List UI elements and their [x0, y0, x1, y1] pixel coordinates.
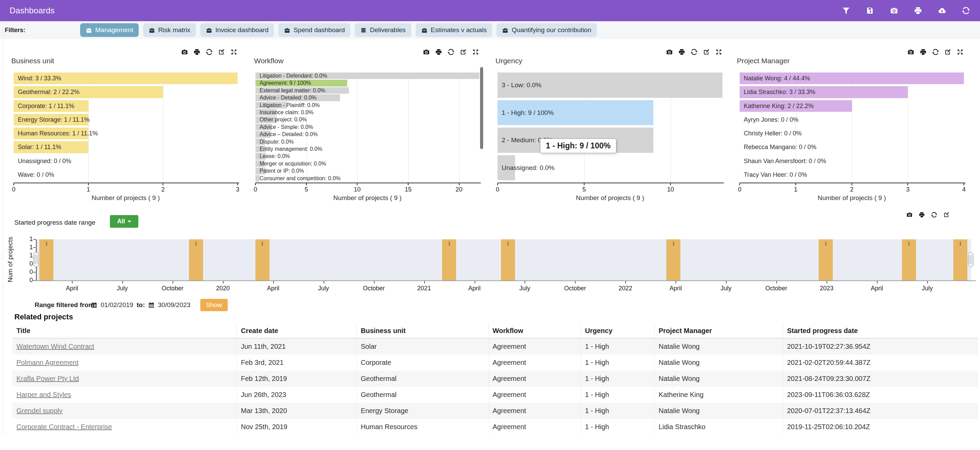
printer-icon[interactable]: [193, 48, 200, 56]
camera-icon[interactable]: [907, 48, 915, 56]
timeline-bar[interactable]: 1: [255, 239, 269, 280]
project-link[interactable]: Corporate Contract - Enterprise: [16, 423, 112, 431]
edit-icon[interactable]: [943, 211, 950, 218]
filter-button-deliverables[interactable]: Deliverables: [355, 23, 411, 37]
briefcase-icon: [206, 27, 212, 33]
related-projects-table: TitleCreate dateBusiness unitWorkflowUrg…: [12, 323, 978, 435]
show-button[interactable]: Show: [200, 299, 228, 311]
filter-icon[interactable]: [842, 6, 851, 15]
filter-button-estimates-v-actuals[interactable]: Estimates v actuals: [416, 23, 492, 37]
timeline-bar[interactable]: 1: [189, 239, 203, 280]
range-to-date[interactable]: 30/09/2023: [148, 301, 190, 309]
chart-scrollbar[interactable]: [480, 67, 483, 149]
axis-tick: [575, 281, 576, 284]
cell-business-unit: Solar: [356, 338, 488, 355]
printer-icon[interactable]: [918, 211, 925, 218]
filter-button-management[interactable]: Management: [80, 23, 139, 37]
filter-button-risk-matrix[interactable]: Risk matrix: [143, 23, 196, 37]
timeline-range-dropdown[interactable]: All: [110, 215, 138, 228]
expand-icon[interactable]: [472, 48, 479, 56]
timeline-axis: [36, 280, 976, 281]
filters-label: Filters:: [5, 27, 25, 34]
timeline-handle-right[interactable]: [968, 252, 974, 267]
camera-icon[interactable]: [666, 48, 673, 56]
camera-icon[interactable]: [906, 211, 913, 218]
camera-icon[interactable]: [423, 48, 430, 56]
edit-icon[interactable]: [703, 48, 710, 56]
cell-title: Watertown Wind Contract: [12, 338, 237, 355]
refresh-icon[interactable]: [932, 48, 939, 56]
timeline-bar-count: 1: [189, 240, 203, 246]
axis-tick-label: 0: [254, 186, 257, 193]
edit-icon[interactable]: [944, 48, 951, 56]
timeline-bar[interactable]: 1: [442, 239, 456, 280]
table-row: Grendel supplyMar 13th, 2020Energy Stora…: [12, 403, 978, 419]
timeline-bar-count: 1: [501, 240, 515, 246]
refresh-icon[interactable]: [690, 48, 698, 56]
printer-icon[interactable]: [435, 48, 442, 56]
timeline-handle-left[interactable]: [33, 252, 39, 267]
timeline-bar[interactable]: 1: [819, 239, 833, 280]
y-axis-tick-label: 1: [21, 236, 33, 243]
bar-consumer-and-competition[interactable]: [255, 175, 259, 182]
axis-tick-label: 1: [87, 186, 90, 193]
chart-toolbar-project-manager: [907, 48, 964, 56]
timeline-bar[interactable]: 1: [902, 239, 916, 280]
cell-title: Harper and Styles: [12, 387, 237, 403]
refresh-icon[interactable]: [447, 48, 455, 56]
axis-tick: [474, 281, 475, 284]
cell-project-manager: Natalie Wong: [654, 338, 783, 355]
printer-icon[interactable]: [913, 6, 923, 15]
cloud-download-icon[interactable]: [937, 6, 947, 15]
x-axis-tick-label: April: [267, 285, 279, 292]
axis-tick: [88, 183, 89, 185]
edit-icon[interactable]: [218, 48, 225, 56]
cell-started-progress-date: 2023-09-11T06:36:03.628Z: [783, 387, 978, 403]
chart-toolbar-urgency: [666, 48, 722, 56]
chart-toolbar-business-unit: [181, 48, 238, 56]
filter-button-label: Spend dashboard: [293, 26, 345, 34]
expand-icon[interactable]: [956, 48, 964, 56]
expand-icon[interactable]: [230, 48, 238, 56]
cell-business-unit: Geothermal: [356, 371, 488, 387]
timeline-bar[interactable]: 1: [953, 239, 967, 280]
timeline-bar-count: 1: [667, 240, 680, 246]
range-from-date[interactable]: 01/02/2019: [91, 301, 133, 309]
printer-icon[interactable]: [678, 48, 686, 56]
x-axis-tick-label: April: [670, 285, 682, 292]
filter-button-invoice-dashboard[interactable]: Invoice dashboard: [200, 23, 274, 37]
save-icon[interactable]: [865, 6, 875, 15]
timeline-bar[interactable]: 1: [667, 239, 680, 280]
cell-create-date: Jun 11th, 2021: [237, 338, 356, 355]
x-axis-tick-label: October: [765, 285, 787, 292]
refresh-icon[interactable]: [961, 6, 970, 15]
chart-title-urgency: Urgency: [495, 57, 522, 65]
camera-icon[interactable]: [889, 6, 899, 15]
gridline: [459, 73, 460, 182]
y-axis-tick: [33, 272, 36, 273]
timeline-bar[interactable]: 1: [40, 239, 53, 280]
project-link[interactable]: Watertown Wind Contract: [16, 342, 94, 350]
filter-button-spend-dashboard[interactable]: Spend dashboard: [278, 23, 350, 37]
project-link[interactable]: Krafla Power Pty Ltd: [16, 375, 79, 382]
project-link[interactable]: Polmann Agreement: [16, 359, 78, 366]
axis-tick: [927, 281, 928, 284]
x-axis-tick-label: July: [318, 285, 329, 292]
camera-icon[interactable]: [181, 48, 188, 56]
x-axis-tick-label: 2023: [820, 285, 834, 292]
x-axis: [14, 182, 239, 183]
axis-tick-label: 0: [738, 186, 741, 193]
y-axis-tick-label: 0: [21, 277, 33, 284]
project-link[interactable]: Grendel supply: [16, 407, 63, 414]
refresh-icon[interactable]: [205, 48, 213, 56]
filter-button-quantifying-our-contribution[interactable]: Quantifying our contribution: [496, 23, 597, 37]
expand-icon[interactable]: [715, 48, 722, 56]
axis-tick: [676, 281, 676, 284]
edit-icon[interactable]: [460, 48, 467, 56]
project-link[interactable]: Harper and Styles: [16, 391, 71, 398]
y-axis-tick: [33, 247, 36, 248]
timeline-bar[interactable]: 1: [501, 239, 515, 280]
refresh-icon[interactable]: [931, 211, 937, 218]
y-axis-tick-label: 1: [21, 252, 33, 259]
printer-icon[interactable]: [920, 48, 927, 56]
